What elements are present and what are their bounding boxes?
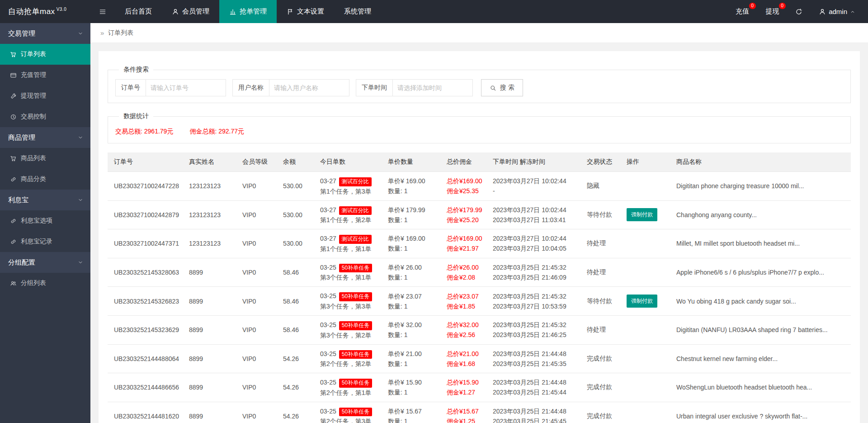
cell-real-name: 8899 [184, 402, 238, 423]
user-icon [819, 8, 826, 15]
recharge-button[interactable]: 充值 0 [736, 7, 749, 16]
unit-price: 单价¥ 169.00 [388, 176, 438, 186]
product-name: WoShengLun bluetooth headset bluetooth h… [676, 384, 846, 391]
cell-unit-price-qty: 单价¥ 15.67 数量: 1 [383, 402, 442, 423]
product-name: Millet, MI millet sport bluetooth headse… [676, 240, 846, 247]
withdraw-button[interactable]: 提现 0 [765, 7, 779, 16]
sidebar-item-recharge-management[interactable]: 充值管理 [0, 65, 90, 86]
cell-action [622, 258, 672, 287]
top-nav-home[interactable]: 后台首页 [115, 0, 162, 23]
cell-times: 2023年03月27日 10:02:44 - [488, 172, 582, 201]
unit-price: 单价¥ 15.90 [388, 377, 438, 387]
link-icon [10, 218, 17, 224]
table-row: UB2303271002447228 123123123 VIP0 530.00… [108, 172, 851, 201]
sidebar-item-label: 利息宝选项 [21, 217, 52, 225]
sidebar-group-label: 分组配置 [8, 258, 35, 267]
cell-order-no: UB2303252144488064 [108, 344, 184, 373]
admin-menu[interactable]: admin [819, 8, 855, 15]
column-header: 单价数量 [383, 152, 442, 172]
search-button[interactable]: 搜 索 [481, 79, 523, 96]
unfreeze-time: 2023年03月27日 10:04:05 [493, 243, 578, 253]
order-time: 2023年03月25日 21:45:32 [493, 320, 578, 330]
task-badge: 50补单任务 [339, 408, 372, 417]
sidebar-group-product-management[interactable]: 商品管理 [0, 127, 90, 148]
sidebar-item-label: 交易控制 [21, 113, 46, 121]
commission: 佣金¥2.56 [447, 330, 484, 340]
admin-username: admin [829, 8, 847, 15]
unit-price: 单价¥ 23.07 [388, 291, 438, 301]
order-time: 2023年03月25日 21:44:48 [493, 406, 578, 416]
sidebar-item-order-list[interactable]: 订单列表 [0, 44, 90, 65]
task-info: 第2个任务，第1单 [320, 388, 379, 398]
unit-price: 单价¥ 169.00 [388, 233, 438, 243]
topbar: 自动抢单max V3.0 后台首页会员管理抢单管理文本设置系统管理 充值 0 提… [0, 0, 868, 23]
menu-toggle-button[interactable] [90, 0, 115, 23]
cell-status: 完成付款 [582, 344, 622, 373]
table-row: UB2303252145323629 8899 VIP0 58.46 03-25… [108, 315, 851, 344]
search-row: 订单号 用户名称 下单时间 搜 索 [115, 79, 843, 96]
sidebar-item-withdraw-management[interactable]: 提现管理 [0, 86, 90, 106]
sidebar-item-product-list[interactable]: 商品列表 [0, 148, 90, 169]
sidebar-group-group-config[interactable]: 分组配置 [0, 252, 90, 273]
force-pay-button[interactable]: 强制付款 [627, 295, 657, 308]
refresh-button[interactable] [795, 8, 802, 15]
order-no-input[interactable] [146, 79, 226, 96]
chevron-down-icon [78, 197, 83, 203]
column-header: 订单号 [108, 152, 184, 172]
task-info: 第1个任务，第3单 [320, 186, 379, 196]
top-nav-grab-orders[interactable]: 抢单管理 [219, 0, 277, 23]
unit-price: 单价¥ 15.67 [388, 406, 438, 416]
cell-status: 等待付款 [582, 287, 622, 316]
cell-real-name: 8899 [184, 258, 238, 287]
sidebar-item-group-list[interactable]: 分组列表 [0, 273, 90, 294]
sidebar-item-interest-records[interactable]: 利息宝记录 [0, 231, 90, 252]
sidebar-item-label: 商品分类 [21, 175, 46, 183]
username-input[interactable] [269, 79, 349, 96]
top-nav-text-settings[interactable]: 文本设置 [277, 0, 334, 23]
unit-price: 单价¥ 32.00 [388, 320, 438, 330]
unfreeze-time: 2023年03月25日 21:46:09 [493, 272, 578, 282]
column-header: 操作 [622, 152, 672, 172]
search-fieldset: 条件搜索 订单号 用户名称 下单时间 [108, 66, 851, 103]
cell-member-level: VIP0 [238, 344, 278, 373]
cell-total-commission: 总价¥21.00 佣金¥1.68 [442, 344, 488, 373]
sidebar-item-interest-options[interactable]: 利息宝选项 [0, 210, 90, 231]
cell-product-name: Chestnut kernel new farming elder... [672, 344, 851, 373]
topbar-right: 充值 0 提现 0 admin [736, 0, 868, 23]
top-nav-members[interactable]: 会员管理 [162, 0, 219, 23]
order-time-input[interactable] [392, 79, 473, 96]
cell-action [622, 402, 672, 423]
stats-fieldset: 数据统计 交易总额: 2961.79元 佣金总额: 292.77元 [108, 112, 851, 143]
cell-balance: 54.26 [278, 344, 316, 373]
cell-today-orders: 03-27测试百分比 第1个任务，第2单 [316, 200, 383, 229]
force-pay-button[interactable]: 强制付款 [627, 208, 657, 221]
app-logo: 自动抢单max V3.0 [0, 0, 90, 23]
task-info: 第3个任务，第1单 [320, 272, 379, 282]
sidebar-item-product-category[interactable]: 商品分类 [0, 169, 90, 190]
cell-today-orders: 03-2550补单任务 第2个任务，第1单 [316, 373, 383, 402]
breadcrumb: » 订单列表 [90, 23, 868, 43]
order-date: 03-25 [320, 379, 336, 386]
sidebar-group-interest-treasure[interactable]: 利息宝 [0, 190, 90, 210]
cell-times: 2023年03月27日 10:02:44 2023年03月27日 11:03:4… [488, 200, 582, 229]
task-info: 第1个任务，第2单 [320, 215, 379, 225]
content-card: 条件搜索 订单号 用户名称 下单时间 [99, 51, 860, 423]
cell-action: 强制付款 [622, 287, 672, 316]
cell-balance: 58.46 [278, 315, 316, 344]
cell-unit-price-qty: 单价¥ 15.90 数量: 1 [383, 373, 442, 402]
sidebar-item-transaction-control[interactable]: 交易控制 [0, 106, 90, 127]
chart-icon [229, 8, 236, 15]
order-date: 03-25 [320, 350, 336, 357]
cell-total-commission: 总价¥23.07 佣金¥1.85 [442, 287, 488, 316]
top-nav-system[interactable]: 系统管理 [334, 0, 381, 23]
commission: 佣金¥1.68 [447, 359, 484, 369]
sidebar-item-label: 利息宝记录 [21, 238, 52, 246]
sidebar-group-transaction-management[interactable]: 交易管理 [0, 23, 90, 44]
link-icon [10, 238, 17, 245]
cell-unit-price-qty: 单价¥ 21.00 数量: 1 [383, 344, 442, 373]
product-name: Urban integral user exclusive ? skyworth… [676, 413, 846, 420]
column-header: 商品名称 [672, 152, 851, 172]
task-badge: 50补单任务 [339, 379, 372, 388]
orders-table: 订单号真实姓名会员等级余额今日单数单价数量总价佣金下单时间 解冻时间交易状态操作… [108, 152, 851, 423]
users-icon [10, 280, 17, 287]
